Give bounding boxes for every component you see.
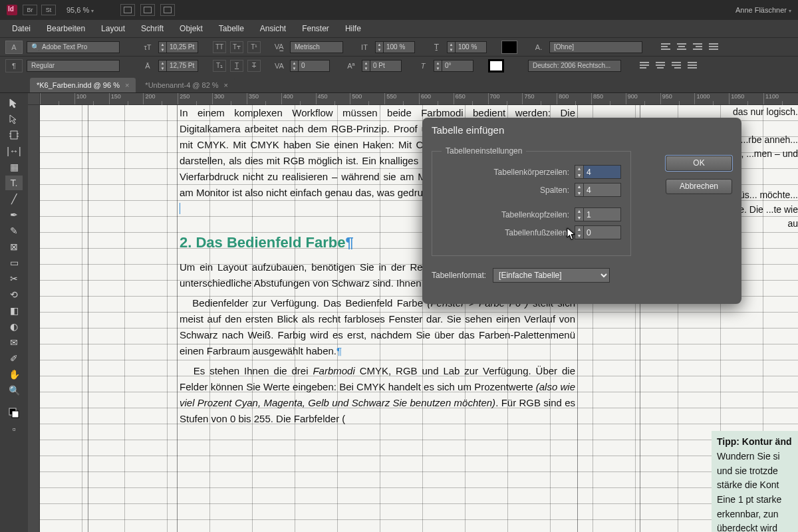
pen-tool-icon[interactable]: ✒ (5, 207, 23, 222)
fill-stroke-icon[interactable] (5, 406, 23, 420)
ok-button[interactable]: OK (666, 156, 732, 171)
font-family-select[interactable]: 🔍Adobe Text Pro (27, 41, 120, 53)
format-container-icon[interactable]: ▫ (5, 422, 23, 436)
pencil-tool-icon[interactable]: ✎ (5, 223, 23, 238)
skew-input[interactable]: ▲▼0° (434, 60, 473, 72)
body-paragraph: Bedienfelder zur Verfügung. Das Bedienfe… (180, 295, 575, 359)
type-tool-icon[interactable]: T. (5, 176, 23, 190)
step-down-icon[interactable]: ▼ (575, 190, 583, 197)
svg-rect-2 (12, 411, 19, 418)
kerning-select[interactable]: Metrisch (290, 41, 343, 53)
close-icon[interactable]: × (125, 81, 129, 89)
menu-fenster[interactable]: Fenster (294, 21, 337, 36)
stroke-swatch[interactable] (488, 59, 504, 72)
justify-right-icon[interactable] (670, 61, 682, 71)
line-tool-icon[interactable]: ╱ (5, 192, 23, 206)
user-name[interactable]: Anne Fläschner (735, 6, 791, 14)
align-left-icon[interactable] (660, 42, 672, 53)
vertical-ruler[interactable] (28, 105, 40, 532)
justify-full-icon[interactable] (686, 61, 698, 71)
header-rows-input[interactable]: ▲▼ (575, 207, 621, 221)
footer-rows-label: Tabellenfußzeilen: (505, 228, 569, 237)
note-tool-icon[interactable]: ✉ (5, 335, 23, 350)
vscale-input[interactable]: ▲▼100 % (375, 41, 415, 53)
smallcaps-button[interactable]: Tᴛ (230, 41, 243, 53)
rectangle-tool-icon[interactable]: ▭ (5, 255, 23, 270)
menu-hilfe[interactable]: Hilfe (337, 21, 369, 36)
frame-tool-icon[interactable]: ⊠ (5, 239, 23, 254)
justify-center-icon[interactable] (654, 61, 666, 71)
body-rows-label: Tabellenkörperzeilen: (494, 168, 569, 177)
step-up-icon[interactable]: ▲ (575, 226, 583, 233)
gap-tool-icon[interactable]: |↔| (5, 144, 23, 158)
menu-ansicht[interactable]: Ansicht (252, 21, 294, 36)
baseline-input[interactable]: ▲▼0 Pt (362, 60, 402, 72)
screen-mode-icon[interactable] (120, 4, 135, 16)
font-style-select[interactable]: Regular (27, 60, 120, 72)
menu-layout[interactable]: Layout (93, 21, 133, 36)
align-right-icon[interactable] (692, 42, 704, 53)
bridge-button[interactable]: Br (23, 5, 37, 15)
view-options-icon[interactable] (160, 4, 175, 16)
align-center-icon[interactable] (676, 42, 688, 53)
baseline-icon: Aª (344, 59, 358, 72)
align-justify-icon[interactable] (708, 42, 720, 53)
step-up-icon[interactable]: ▲ (575, 208, 583, 215)
body-paragraph: Es stehen Ihnen die drei Farbmodi CMYK, … (180, 363, 575, 427)
tracking-input[interactable]: ▲▼0 (290, 60, 330, 72)
strike-button[interactable]: T (247, 60, 261, 72)
menu-objekt[interactable]: Objekt (172, 21, 211, 36)
app-icon (7, 5, 17, 15)
arrange-icon[interactable] (140, 4, 155, 16)
menu-bearbeiten[interactable]: Bearbeiten (39, 21, 93, 36)
table-format-select[interactable]: [Einfache Tabelle] (493, 268, 610, 283)
tip-box: Tipp: Kontur änd Wundern Sie si und sie … (712, 431, 798, 532)
footer-rows-input[interactable]: ▲▼ (575, 225, 621, 239)
underline-button[interactable]: T (230, 60, 243, 72)
selection-tool-icon[interactable] (5, 96, 23, 110)
columns-input[interactable]: ▲▼ (575, 183, 621, 197)
page-tool-icon[interactable] (5, 128, 23, 142)
horizontal-ruler[interactable]: 1001502002503003504004505005506006507007… (40, 93, 798, 105)
step-down-icon[interactable]: ▼ (575, 215, 583, 221)
menu-tabelle[interactable]: Tabelle (211, 21, 252, 36)
content-collector-icon[interactable]: ▦ (5, 160, 23, 174)
scissors-tool-icon[interactable]: ✂ (5, 271, 23, 286)
doc-tab-inactive[interactable]: *Unbenannt-4 @ 82 %× (138, 78, 235, 92)
step-up-icon[interactable]: ▲ (575, 184, 583, 190)
story-editor-button[interactable]: St (41, 5, 56, 15)
zoom-tool-icon[interactable]: 🔍 (5, 383, 23, 398)
step-down-icon[interactable]: ▼ (575, 233, 583, 239)
font-size-input[interactable]: ▲▼10,25 Pt (158, 41, 198, 53)
justify-left-icon[interactable] (638, 61, 650, 71)
zoom-level[interactable]: 95,6 % (66, 6, 94, 14)
char-style-select[interactable]: [Ohne] (549, 41, 642, 53)
step-down-icon[interactable]: ▼ (575, 172, 583, 179)
tip-title: Tipp: Kontur änd (717, 436, 792, 447)
hscale-input[interactable]: ▲▼100 % (447, 41, 487, 53)
document-tab-bar: *K6_Farben.indd @ 96 %× *Unbenannt-4 @ 8… (0, 74, 798, 93)
language-select[interactable]: Deutsch: 2006 Rechtsch... (528, 60, 621, 72)
hand-tool-icon[interactable]: ✋ (5, 367, 23, 382)
transform-tool-icon[interactable]: ⟲ (5, 287, 23, 302)
ruler-origin[interactable] (28, 93, 40, 105)
subscript-button[interactable]: T₁ (213, 60, 226, 72)
gradient-swatch-icon[interactable]: ◧ (5, 303, 23, 318)
allcaps-button[interactable]: TT (213, 41, 226, 53)
cancel-button[interactable]: Abbrechen (666, 179, 732, 194)
body-rows-input[interactable]: ▲▼ (575, 165, 621, 179)
fill-swatch[interactable] (501, 41, 517, 54)
step-up-icon[interactable]: ▲ (575, 166, 583, 172)
close-icon[interactable]: × (224, 81, 228, 89)
menu-schrift[interactable]: Schrift (133, 21, 172, 36)
direct-selection-tool-icon[interactable] (5, 112, 23, 126)
char-format-icon[interactable]: A (5, 41, 23, 54)
para-format-icon[interactable]: ¶ (5, 59, 23, 72)
gradient-feather-icon[interactable]: ◐ (5, 319, 23, 334)
menu-datei[interactable]: Datei (4, 21, 39, 36)
hscale-icon: Ṯ (430, 41, 443, 54)
leading-input[interactable]: ▲▼12,75 Pt (158, 60, 198, 72)
doc-tab-active[interactable]: *K6_Farben.indd @ 96 %× (30, 78, 136, 92)
eyedropper-tool-icon[interactable]: ✐ (5, 351, 23, 366)
superscript-button[interactable]: T¹ (247, 41, 261, 53)
